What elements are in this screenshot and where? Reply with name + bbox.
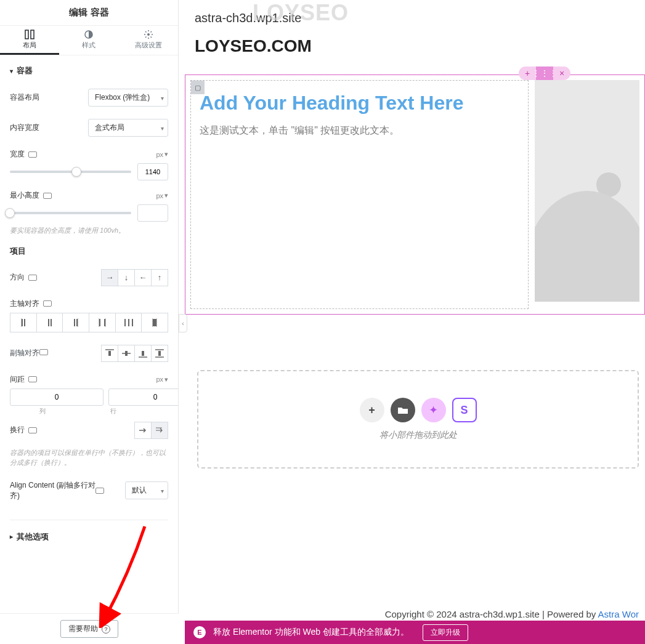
align-stretch-button[interactable] [151,345,168,362]
drop-zone-text: 将小部件拖动到此处 [379,430,457,441]
template-button[interactable] [391,398,415,422]
justify-around-button[interactable] [115,313,142,332]
site-name: LOYSEO.COM [195,36,629,56]
justify-between-button[interactable] [89,313,116,332]
desktop-icon[interactable] [95,488,104,494]
desktop-icon[interactable] [28,275,37,281]
caret-down-icon: ▾ [10,68,13,74]
tab-advanced-label: 高级设置 [135,41,162,50]
panel-body: ▾ 容器 容器布局 Flexbox (弹性盒) 内容宽度 盒式布局 宽度 px … [0,55,178,613]
svg-rect-5 [108,351,111,356]
direction-label: 方向 [10,272,25,283]
svg-rect-12 [158,351,161,356]
desktop-icon[interactable] [39,349,48,355]
sparkle-button[interactable]: S [452,398,477,422]
gap-column-input[interactable] [10,388,103,406]
gap-unit-select[interactable]: px ▾ [156,376,168,384]
svg-rect-9 [142,351,144,356]
justify-evenly-button[interactable] [141,313,168,332]
help-button[interactable]: 需要帮助 ? [60,620,118,638]
container-layout-select[interactable]: Flexbox (弹性盒) [88,89,168,107]
align-label: 副轴对齐 [10,348,39,357]
container-drag-handle[interactable]: ⋮⋮⋮ [536,66,553,80]
panel-tabs: 布局 样式 高级设置 [0,26,178,55]
add-widget-button[interactable]: + [360,398,384,422]
svg-rect-0 [25,30,28,39]
editor-sidebar: 编辑 容器 布局 样式 高级设置 ▾ 容器 容器布局 Flexbox (弹性盒)… [0,0,179,644]
min-height-hint: 要实现容器的全高度，请使用 100vh。 [10,225,168,236]
min-height-unit-select[interactable]: px ▾ [156,191,168,199]
svg-rect-1 [31,30,34,39]
desktop-icon[interactable] [28,427,37,433]
wrap-nowrap-button[interactable] [134,422,152,439]
tab-style-label: 样式 [82,41,95,50]
desktop-icon[interactable] [43,193,52,199]
min-height-input[interactable] [137,204,168,222]
panel-title: 编辑 容器 [0,0,178,26]
footer-copyright: Copyright © 2024 astra-ch3d.wp1.site | P… [385,609,639,619]
preview-area: astra-ch3d.wp1.site LOYSEO LOYSEO.COM + … [179,0,645,644]
align-end-button[interactable] [134,345,152,362]
image-widget[interactable] [535,80,639,309]
tab-layout[interactable]: 布局 [0,26,59,55]
help-icon: ? [102,625,110,634]
desktop-icon[interactable] [28,151,37,158]
container-layout-label: 容器布局 [10,92,39,103]
direction-row-reverse-button[interactable]: ← [134,269,152,286]
content-width-label: 内容宽度 [10,123,39,133]
content-width-select[interactable]: 盒式布局 [88,119,168,137]
direction-column-button[interactable]: ↓ [118,269,135,286]
align-content-label: Align Content (副轴多行对齐) [10,480,102,501]
gap-col-sublabel: 列 [10,407,76,416]
heading-widget[interactable]: Add Your Heading Text Here [200,92,519,115]
help-bar: 需要帮助 ? [0,613,179,644]
wrap-label: 换行 [10,425,25,435]
container-close-button[interactable]: × [553,66,570,80]
direction-row-button[interactable]: → [101,269,118,286]
desktop-icon[interactable] [43,300,52,307]
container-badge-icon[interactable]: ▢ [191,81,205,94]
justify-center-button[interactable] [36,313,63,332]
elementor-icon: E [193,626,206,638]
tab-layout-label: 布局 [23,41,36,50]
section-container[interactable]: ▾ 容器 [10,55,168,83]
section-items-title: 项目 [10,242,168,263]
justify-end-button[interactable] [62,313,89,332]
selected-container[interactable]: + ⋮⋮⋮ × ▢ Add Your Heading Text Here 这是测… [185,74,645,315]
placeholder-image-icon [535,80,639,302]
drop-zone[interactable]: + ✦ S 将小部件拖动到此处 [197,370,639,469]
caret-right-icon: ▸ [10,533,13,540]
wrap-wrap-button[interactable] [151,422,168,439]
width-label: 宽度 [10,149,25,159]
svg-point-3 [147,33,150,36]
gap-row-sublabel: 行 [81,407,147,416]
ai-button[interactable]: ✦ [421,398,446,422]
promo-text: 释放 Elementor 功能和 Web 创建工具的全部威力。 [213,627,409,638]
gap-row-input[interactable] [108,388,178,406]
tab-advanced[interactable]: 高级设置 [119,26,178,55]
direction-column-reverse-button[interactable]: ↑ [151,269,168,286]
min-height-label: 最小高度 [10,190,39,201]
theme-link[interactable]: Astra Wor [598,609,639,619]
min-height-slider[interactable] [10,212,131,214]
upgrade-button[interactable]: 立即升级 [423,624,468,641]
width-unit-select[interactable]: px ▾ [156,150,168,158]
tab-style[interactable]: 样式 [59,26,118,55]
width-input[interactable] [137,163,168,180]
desktop-icon[interactable] [28,376,37,382]
text-widget[interactable]: 这是测试文本，单击 "编辑" 按钮更改此文本。 [200,124,519,137]
gap-label: 间距 [10,374,25,385]
align-start-button[interactable] [101,345,118,362]
align-content-select[interactable]: 默认 [125,481,168,499]
wrap-hint: 容器内的项目可以保留在单行中（不换行），也可以分成多行（换行）。 [10,448,168,468]
section-other[interactable]: ▸ 其他选项 [10,520,168,549]
svg-rect-7 [125,351,128,356]
width-slider[interactable] [10,171,131,173]
inner-container[interactable]: ▢ Add Your Heading Text Here 这是测试文本，单击 "… [190,80,529,309]
align-center-button[interactable] [118,345,135,362]
justify-start-button[interactable] [10,313,37,332]
promo-bar: E 释放 Elementor 功能和 Web 创建工具的全部威力。 立即升级 [185,621,645,644]
watermark: LOYSEO [253,0,349,26]
panel-collapse-button[interactable]: ‹ [179,314,187,332]
justify-label: 主轴对齐 [10,299,39,309]
